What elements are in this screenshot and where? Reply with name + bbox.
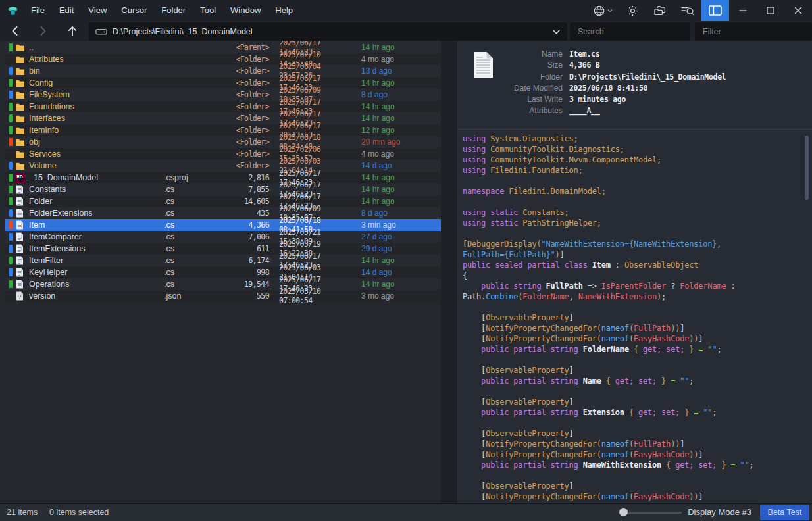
file-size: <Folder>: [203, 161, 269, 170]
menu-folder[interactable]: Folder: [154, 0, 193, 21]
file-row[interactable]: ItemInfo<Folder>2025/06/17 20:13:5312 hr…: [5, 124, 441, 136]
detail-field: Attributes____A__: [457, 105, 805, 116]
chevron-left-icon: [11, 26, 18, 36]
search-input[interactable]: [570, 22, 690, 41]
code-line: [ObservableProperty]: [463, 428, 803, 439]
language-globe-button[interactable]: [587, 0, 619, 21]
file-extension: .cs: [164, 209, 203, 218]
file-row[interactable]: obj<Folder>2025/06/18 08:24:4820 min ago: [5, 136, 441, 148]
up-button[interactable]: [63, 22, 82, 40]
menu-tool[interactable]: Tool: [193, 0, 223, 21]
file-row[interactable]: RD_15_DomainModel.csproj2,8162025/06/17 …: [5, 172, 441, 184]
file-row[interactable]: Folder.cs14,6052025/06/17 17:46:2314 hr …: [5, 195, 441, 207]
minimize-button[interactable]: [729, 0, 757, 21]
folder-icon: [14, 55, 25, 64]
maximize-button[interactable]: [757, 0, 784, 21]
code-line: [463, 197, 803, 207]
display-slider-track[interactable]: [619, 512, 682, 514]
folder-icon: [14, 43, 25, 52]
file-row[interactable]: FolderExtensions.cs4352025/06/09 10:35:0…: [5, 207, 441, 219]
age-indicator-bar: [9, 55, 13, 63]
file-icon: [14, 256, 25, 265]
file-row[interactable]: ItemExtensions.cs6112025/05/19 16:22:382…: [5, 243, 441, 255]
app-logo-icon: [7, 5, 18, 16]
file-name: Item: [29, 220, 164, 230]
file-row[interactable]: version.json5502025/03/10 07:00:543 mo a…: [5, 290, 441, 302]
age-indicator-bar: [9, 114, 13, 122]
age-indicator-bar: [9, 138, 13, 146]
file-row[interactable]: Config<Folder>2025/06/17 17:46:2314 hr a…: [5, 77, 441, 89]
file-age: 27 d ago: [361, 232, 392, 241]
file-extension: .cs: [164, 232, 203, 241]
file-name: ItemFilter: [29, 256, 164, 265]
display-slider-handle[interactable]: [619, 508, 628, 516]
back-button[interactable]: [5, 22, 24, 40]
file-extension: .json: [164, 291, 203, 301]
file-age: 3 min ago: [361, 220, 396, 230]
forward-button[interactable]: [34, 22, 52, 40]
search-list-button[interactable]: [674, 0, 701, 21]
file-row[interactable]: FileSystem<Folder>2025/06/09 10:35:078 d…: [5, 89, 441, 101]
file-extension: .cs: [164, 197, 203, 206]
filter-input[interactable]: [695, 22, 812, 41]
file-row[interactable]: ItemComparer.cs7,0062025/05/21 15:38:092…: [5, 231, 441, 243]
code-line: [ObservableProperty]: [463, 365, 803, 376]
menu-window[interactable]: Window: [223, 0, 268, 21]
panel-toggle-button[interactable]: [701, 0, 729, 21]
age-indicator-bar: [9, 126, 13, 134]
file-row[interactable]: Interfaces<Folder>2025/06/17 17:46:2314 …: [5, 112, 441, 124]
file-row[interactable]: ..<Parent>2025/06/17 17:46:2314 hr ago: [5, 41, 441, 53]
file-age: 14 hr ago: [361, 173, 395, 182]
menu-cursor[interactable]: Cursor: [114, 0, 154, 21]
menu-edit[interactable]: Edit: [52, 0, 81, 21]
navigation-toolbar: D:\Projects\Filedini\_15_DomainModel: [0, 21, 812, 41]
file-name: version: [29, 291, 164, 301]
code-line: [NotifyPropertyChangedFor(nameof(EasyHas…: [463, 491, 803, 502]
file-row[interactable]: Services<Folder>2025/02/06 15:25:524 mo …: [5, 148, 441, 160]
beta-test-button[interactable]: Beta Test: [760, 505, 809, 520]
code-line: [DebuggerDisplay("NameWithExtension={Nam…: [463, 239, 803, 249]
file-name: FileSystem: [29, 90, 164, 99]
file-size: 435: [203, 209, 269, 218]
file-row[interactable]: Constants.cs7,8552025/06/17 17:46:2314 h…: [5, 184, 441, 195]
file-row[interactable]: KeyHelper.cs9982025/06/03 21:04:1414 d a…: [5, 266, 441, 278]
folder-icon: [14, 79, 25, 87]
folder-icon: [14, 91, 25, 99]
titlebar-buttons: [587, 0, 812, 21]
age-indicator-bar: [9, 43, 13, 51]
file-size: <Folder>: [203, 149, 269, 159]
file-name: ItemComparer: [29, 232, 164, 241]
file-row[interactable]: Foundations<Folder>2025/06/17 17:46:2314…: [5, 101, 441, 112]
code-scrollbar-thumb[interactable]: [805, 136, 809, 200]
file-row[interactable]: Operations.cs19,5442025/06/17 17:46:2314…: [5, 278, 441, 290]
file-age: 14 hr ago: [361, 256, 395, 265]
file-extension: .cs: [164, 256, 203, 265]
file-icon: [14, 280, 25, 289]
file-row[interactable]: bin<Folder>2025/06/04 23:57:2613 d ago: [5, 65, 441, 77]
address-bar[interactable]: D:\Projects\Filedini\_15_DomainModel: [89, 22, 567, 41]
close-button[interactable]: [784, 0, 812, 21]
code-line: [463, 176, 803, 186]
file-row[interactable]: Item.cs4,3662025/06/18 08:41:583 min ago: [5, 219, 441, 231]
folders-button[interactable]: [646, 0, 674, 21]
age-indicator-bar: [9, 91, 13, 99]
file-row[interactable]: ItemFilter.cs6,1742025/06/17 17:46:2314 …: [5, 255, 441, 266]
file-size: <Parent>: [203, 43, 269, 52]
theme-sun-button[interactable]: [619, 0, 646, 21]
file-age: 14 hr ago: [361, 78, 395, 87]
detail-label: Name: [457, 49, 563, 60]
age-indicator-bar: [9, 292, 13, 300]
detail-field: NameItem.cs: [457, 49, 805, 60]
code-line: public partial string NameWithExtension …: [463, 460, 803, 470]
menu-help[interactable]: Help: [268, 0, 300, 21]
code-line: [463, 386, 803, 397]
code-line: public partial string Extension { get; s…: [463, 407, 803, 418]
menu-view[interactable]: View: [81, 0, 114, 21]
file-row[interactable]: Attributes<Folder>2025/02/10 14:35:484 m…: [5, 53, 441, 65]
arrow-up-icon: [67, 25, 78, 37]
menu-file[interactable]: File: [24, 0, 52, 21]
address-dropdown-icon[interactable]: [552, 29, 561, 35]
search-list-icon: [680, 5, 695, 16]
file-row[interactable]: Volume<Folder>2025/06/03 21:04:1414 d ag…: [5, 160, 441, 172]
file-size: 611: [203, 244, 269, 253]
